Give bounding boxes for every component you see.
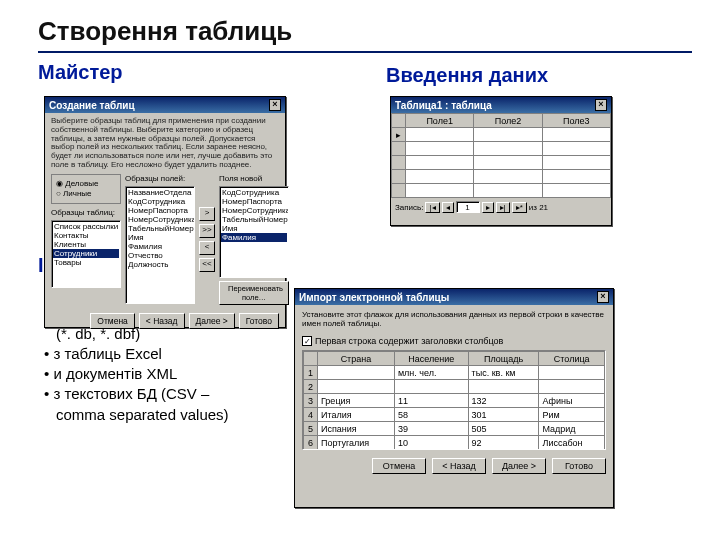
import-spreadsheet-dialog: Импорт электронной таблицы × Установите … bbox=[294, 288, 614, 508]
cell[interactable] bbox=[474, 128, 542, 142]
cell: 132 bbox=[468, 394, 539, 408]
newfields-listbox[interactable]: КодСотрудника НомерПаспорта НомерСотрудн… bbox=[219, 186, 289, 278]
cell[interactable] bbox=[542, 156, 610, 170]
cell: 10 bbox=[394, 436, 468, 450]
datasheet-titlebar[interactable]: Таблица1 : таблица × bbox=[391, 97, 611, 113]
row-selector[interactable] bbox=[392, 156, 406, 170]
datasheet-grid[interactable]: Поле1 Поле2 Поле3 ▸ bbox=[391, 113, 611, 198]
cell[interactable] bbox=[542, 128, 610, 142]
wizard-intro-text: Выберите образцы таблиц для применения п… bbox=[51, 117, 279, 170]
row-selector[interactable] bbox=[392, 142, 406, 156]
list-item[interactable]: Отчество bbox=[127, 251, 193, 260]
finish-button[interactable]: Готово bbox=[552, 458, 606, 474]
cell[interactable] bbox=[474, 156, 542, 170]
row-number: 5 bbox=[304, 422, 318, 436]
heading-data-entry: Введення даних bbox=[386, 64, 548, 87]
list-item[interactable]: КодСотрудника bbox=[127, 197, 193, 206]
cell: Лиссабон bbox=[539, 436, 605, 450]
cell: тыс. кв. км bbox=[468, 366, 539, 380]
list-item[interactable]: Сотрудники bbox=[53, 249, 119, 258]
column-header[interactable]: Население bbox=[394, 352, 468, 366]
list-item[interactable]: НомерПаспорта bbox=[221, 197, 287, 206]
fields-listbox[interactable]: НазваниеОтдела КодСотрудника НомерПаспор… bbox=[125, 186, 195, 304]
list-item[interactable]: КодСотрудника bbox=[221, 188, 287, 197]
next-button[interactable]: Далее > bbox=[492, 458, 546, 474]
list-item[interactable]: Контакты bbox=[53, 231, 119, 240]
row-number: 3 bbox=[304, 394, 318, 408]
cell[interactable] bbox=[474, 170, 542, 184]
nav-last-button[interactable]: ▸| bbox=[496, 202, 510, 213]
cell: Испания bbox=[318, 422, 395, 436]
nav-first-button[interactable]: |◂ bbox=[425, 202, 439, 213]
samples-listbox[interactable]: Список рассылки Контакты Клиенты Сотрудн… bbox=[51, 220, 121, 288]
cell[interactable] bbox=[406, 156, 474, 170]
row-selector[interactable] bbox=[392, 170, 406, 184]
close-icon[interactable]: × bbox=[597, 291, 609, 303]
cell[interactable] bbox=[542, 184, 610, 198]
radio-business[interactable]: ◉ Деловые bbox=[56, 179, 116, 188]
wizard-titlebar[interactable]: Создание таблиц × bbox=[45, 97, 285, 113]
wizard-category-group: ◉ Деловые ○ Личные bbox=[51, 174, 121, 204]
move-all-left-button[interactable]: << bbox=[199, 258, 215, 272]
column-header[interactable]: Страна bbox=[318, 352, 395, 366]
nav-new-button[interactable]: ▸* bbox=[512, 202, 527, 213]
cell[interactable] bbox=[474, 142, 542, 156]
close-icon[interactable]: × bbox=[269, 99, 281, 111]
label-fields: Образцы полей: bbox=[125, 174, 195, 184]
cell[interactable] bbox=[406, 142, 474, 156]
cell[interactable] bbox=[406, 170, 474, 184]
list-item[interactable]: Фамилия bbox=[221, 233, 287, 242]
list-item[interactable]: Должность bbox=[127, 260, 193, 269]
list-item[interactable]: НомерПаспорта bbox=[127, 206, 193, 215]
list-item[interactable]: НомерСотрудника bbox=[127, 215, 193, 224]
radio-business-label: Деловые bbox=[65, 179, 98, 188]
finish-button[interactable]: Готово bbox=[239, 313, 279, 329]
row-selector[interactable]: ▸ bbox=[392, 128, 406, 142]
back-button[interactable]: < Назад bbox=[139, 313, 185, 329]
move-right-button[interactable]: > bbox=[199, 207, 215, 221]
list-item[interactable]: НазваниеОтдела bbox=[127, 188, 193, 197]
column-header[interactable]: Поле2 bbox=[474, 114, 542, 128]
list-item[interactable]: Список рассылки bbox=[53, 222, 119, 231]
cell[interactable] bbox=[406, 128, 474, 142]
list-item[interactable]: Фамилия bbox=[127, 242, 193, 251]
close-icon[interactable]: × bbox=[595, 99, 607, 111]
list-item[interactable]: Клиенты bbox=[53, 240, 119, 249]
move-all-right-button[interactable]: >> bbox=[199, 224, 215, 238]
column-header[interactable]: Площадь bbox=[468, 352, 539, 366]
column-header[interactable]: Столица bbox=[539, 352, 605, 366]
first-row-headers-checkbox[interactable]: ✓Первая строка содержит заголовки столбц… bbox=[302, 336, 606, 346]
cell[interactable] bbox=[542, 170, 610, 184]
nav-record-input[interactable] bbox=[456, 201, 480, 213]
radio-personal-label: Личные bbox=[63, 189, 92, 198]
import-titlebar[interactable]: Импорт электронной таблицы × bbox=[295, 289, 613, 305]
cell[interactable] bbox=[474, 184, 542, 198]
row-number: 2 bbox=[304, 380, 318, 394]
next-button[interactable]: Далее > bbox=[189, 313, 235, 329]
import-preview-grid[interactable]: Страна Население Площадь Столица 1 млн. … bbox=[302, 350, 606, 450]
nav-label: Запись: bbox=[395, 203, 423, 212]
column-header[interactable]: Поле3 bbox=[542, 114, 610, 128]
list-item[interactable]: Товары bbox=[53, 258, 119, 267]
cell: 505 bbox=[468, 422, 539, 436]
list-item[interactable]: НомерСотрудника bbox=[221, 206, 287, 215]
list-item[interactable]: ТабельныйНомер bbox=[127, 224, 193, 233]
list-item[interactable]: Имя bbox=[127, 233, 193, 242]
cell[interactable] bbox=[542, 142, 610, 156]
list-item[interactable]: ТабельныйНомер bbox=[221, 215, 287, 224]
rename-field-button[interactable]: Переименовать поле… bbox=[219, 281, 289, 305]
nav-next-button[interactable]: ▸ bbox=[482, 202, 494, 213]
back-button[interactable]: < Назад bbox=[432, 458, 486, 474]
cancel-button[interactable]: Отмена bbox=[372, 458, 426, 474]
cancel-button[interactable]: Отмена bbox=[90, 313, 135, 329]
list-item[interactable]: Имя bbox=[221, 224, 287, 233]
cell bbox=[539, 366, 605, 380]
cell[interactable] bbox=[406, 184, 474, 198]
column-header[interactable]: Поле1 bbox=[406, 114, 474, 128]
cell: Афины bbox=[539, 394, 605, 408]
radio-personal[interactable]: ○ Личные bbox=[56, 189, 116, 198]
heading-wizard: Майстер bbox=[38, 61, 692, 84]
move-left-button[interactable]: < bbox=[199, 241, 215, 255]
nav-prev-button[interactable]: ◂ bbox=[442, 202, 454, 213]
row-selector[interactable] bbox=[392, 184, 406, 198]
